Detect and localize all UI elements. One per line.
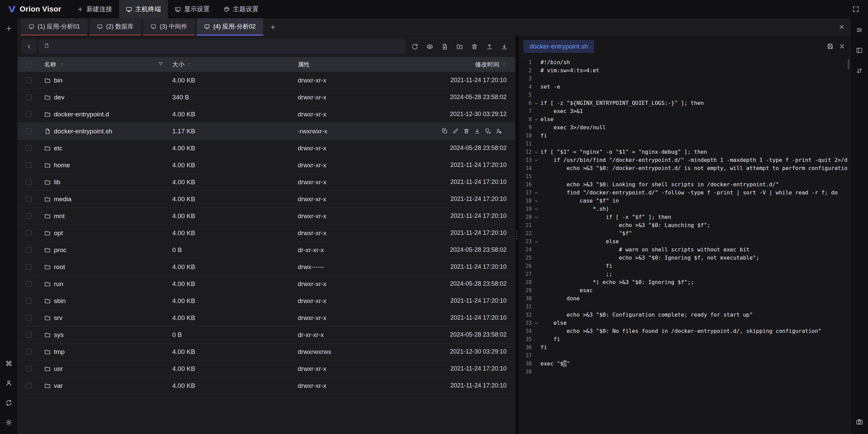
user-rail-button[interactable] [3,377,15,389]
fold-toggle[interactable] [532,205,540,213]
sync-rail-button[interactable] [3,397,15,409]
row-checkbox[interactable] [26,247,32,253]
fold-toggle[interactable] [532,156,540,164]
code-line[interactable]: 29 esac [521,286,850,295]
table-row[interactable]: sbin4.00 KBdrwxr-xr-x2021-11-24 17:20:10 [18,293,515,309]
code-line[interactable]: 30 done [521,295,850,303]
row-action-trash-button[interactable] [463,128,470,134]
code-line[interactable]: 25 echo >&3 "$0: Ignoring $f, not execut… [521,254,850,262]
upload-button[interactable] [483,40,496,53]
row-checkbox[interactable] [26,162,32,168]
code-line[interactable]: 28 *) echo >&3 "$0: Ignoring $f";; [521,278,850,286]
row-action-download-button[interactable] [474,128,480,134]
code-line[interactable]: 34 echo >&3 "$0: No files found in /dock… [521,327,850,335]
row-checkbox[interactable] [26,332,32,338]
fullscreen-button[interactable] [849,2,863,16]
terminal-tab-0[interactable]: (1) 应用-分析01 [21,18,87,36]
plus-rail-button[interactable] [3,22,15,35]
code-line[interactable]: 9 exec 3>/dev/null [521,124,850,132]
fold-toggle[interactable] [532,197,540,205]
code-line[interactable]: 21 echo >&3 "$0: Launching $f"; [521,221,850,229]
code-editor[interactable]: 1#!/bin/sh2# vim:sw=4:ts=4:et34set -e56i… [519,57,850,434]
nav-item-1[interactable]: 主机终端 [119,0,168,18]
code-line[interactable]: 11 [521,140,850,148]
code-line[interactable]: 14 echo >&3 "$0: /docker-entrypoint.d/ i… [521,164,850,172]
row-checkbox[interactable] [26,281,32,287]
code-line[interactable]: 38exec "$@" [521,360,850,368]
code-line[interactable]: 8else [521,115,850,124]
trash-button[interactable] [468,40,481,53]
row-action-move-button[interactable] [485,128,491,134]
code-line[interactable]: 33 else [521,319,850,327]
row-checkbox[interactable] [26,264,32,270]
command-rail-button[interactable] [3,357,15,370]
table-row[interactable]: opt4.00 KBdrwxr-xr-x2021-11-24 17:20:10 [18,225,515,242]
code-line[interactable]: 1#!/bin/sh [521,58,850,67]
code-line[interactable]: 6if [ -z "${NGINX_ENTRYPOINT_QUIET_LOGS:… [521,99,850,107]
nav-item-2[interactable]: 显示设置 [168,0,217,18]
code-line[interactable]: 32 echo >&3 "$0: Configuration complete;… [521,311,850,319]
fold-toggle[interactable] [532,319,540,327]
code-line[interactable]: 22 "$f" [521,229,850,238]
sort-size-button[interactable] [186,62,192,67]
close-panel-button[interactable] [833,18,850,36]
gear-rail-button[interactable] [3,416,15,429]
row-checkbox[interactable] [26,94,32,100]
code-line[interactable]: 26 fi [521,262,850,270]
back-button[interactable] [22,40,36,53]
select-all-checkbox[interactable] [26,62,32,68]
table-row[interactable]: media4.00 KBdrwxr-xr-x2021-11-24 17:20:1… [18,191,515,208]
row-checkbox[interactable] [26,315,32,321]
sliders-rail-button[interactable] [853,24,866,36]
code-line[interactable]: 27 ;; [521,270,850,278]
code-line[interactable]: 15 [521,172,850,181]
editor-save-button[interactable] [827,43,834,50]
row-checkbox[interactable] [26,128,32,134]
code-line[interactable]: 24 # warn on shell scripts without exec … [521,246,850,254]
layout-rail-button[interactable] [853,44,866,56]
row-checkbox[interactable] [26,230,32,236]
code-line[interactable]: 16 echo >&3 "$0: Looking for shell scrip… [521,181,850,189]
table-row[interactable]: bin4.00 KBdrwxr-xr-x2021-11-24 17:20:10 [18,72,515,89]
editor-scrollbar-thumb[interactable] [848,59,849,69]
code-line[interactable]: 31 [521,303,850,311]
table-row[interactable]: etc4.00 KBdrwxr-xr-x2024-05-28 23:58:02 [18,140,515,157]
row-checkbox[interactable] [26,77,32,83]
table-row[interactable]: mnt4.00 KBdrwxr-xr-x2021-11-24 17:20:10 [18,208,515,225]
table-row[interactable]: usr4.00 KBdrwxr-xr-x2021-11-24 17:20:10 [18,360,515,377]
table-row[interactable]: var4.00 KBdrwxr-xr-x2021-11-24 17:20:10 [18,377,515,394]
file-plus-button[interactable] [438,40,451,53]
row-checkbox[interactable] [26,196,32,202]
terminal-tab-1[interactable]: (2) 数据库 [90,18,141,36]
fold-toggle[interactable] [532,189,540,197]
row-action-edit-button[interactable] [452,128,459,134]
download-button[interactable] [498,40,511,53]
table-row[interactable]: docker-entrypoint.sh1.17 KB-rwxrwxr-x [18,123,515,140]
table-row[interactable]: lib4.00 KBdrwxr-xr-x2021-11-24 17:20:10 [18,174,515,191]
table-row[interactable]: run4.00 KBdrwxr-xr-x2024-05-28 23:58:02 [18,276,515,293]
code-line[interactable]: 17 find "/docker-entrypoint.d/" -follow … [521,189,850,197]
code-line[interactable]: 36fi [521,343,850,352]
fold-toggle[interactable] [532,213,540,221]
filter-name-button[interactable] [158,61,163,68]
table-row[interactable]: root4.00 KBdrwx------2021-11-24 17:20:10 [18,259,515,276]
row-checkbox[interactable] [26,179,32,185]
nav-item-0[interactable]: 新建连接 [70,0,119,18]
code-line[interactable]: 4set -e [521,83,850,91]
code-line[interactable]: 19 *.sh) [521,205,850,213]
add-tab-button[interactable] [265,18,281,36]
fold-toggle[interactable] [532,99,540,107]
fold-toggle[interactable] [532,238,540,246]
code-line[interactable]: 23 else [521,238,850,246]
table-row[interactable]: srv4.00 KBdrwxr-xr-x2021-11-24 17:20:10 [18,309,515,326]
code-line[interactable]: 35 fi [521,335,850,343]
sort-name-button[interactable] [59,62,64,67]
fold-toggle[interactable] [532,115,540,124]
table-row[interactable]: home4.00 KBdrwxr-xr-x2021-11-24 17:20:10 [18,157,515,174]
code-line[interactable]: 13 if /usr/bin/find "/docker-entrypoint.… [521,156,850,164]
editor-file-tab[interactable]: docker-entrypoint.sh [524,40,594,53]
row-checkbox[interactable] [26,111,32,117]
code-line[interactable]: 2# vim:sw=4:ts=4:et [521,67,850,75]
table-row[interactable]: sys0 Bdr-xr-xr-x2024-05-28 23:58:02 [18,326,515,343]
row-checkbox[interactable] [26,213,32,219]
